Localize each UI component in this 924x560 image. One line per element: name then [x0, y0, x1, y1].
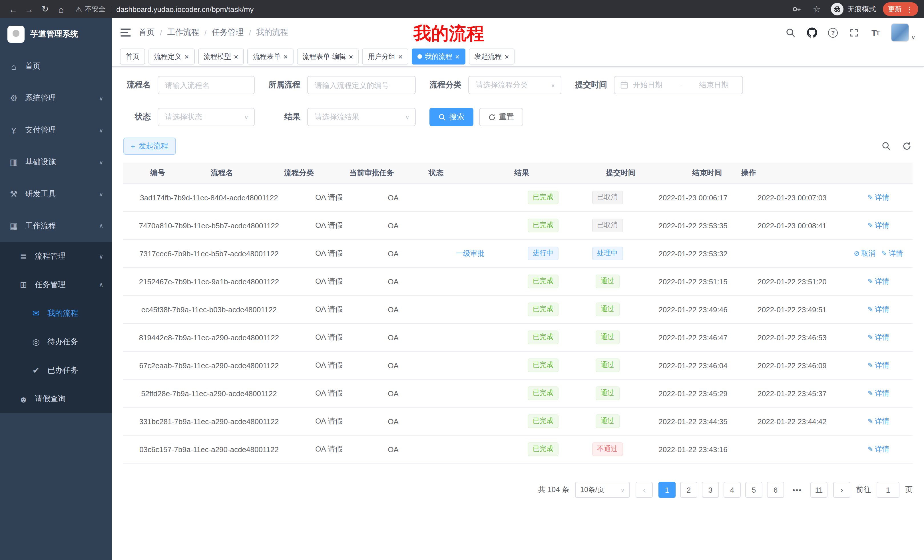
- detail-link[interactable]: ✎ 详情: [867, 304, 889, 314]
- security-status[interactable]: ⚠ 不安全: [75, 4, 105, 14]
- goto-page-input[interactable]: [877, 482, 900, 498]
- key-icon[interactable]: [791, 3, 802, 15]
- breadcrumb-item[interactable]: 工作流程: [167, 27, 199, 38]
- submit-time-range-picker[interactable]: 开始日期 - 结束日期: [614, 76, 743, 94]
- detail-link[interactable]: ✎ 详情: [867, 361, 889, 370]
- end-date-placeholder: 结束日期: [699, 80, 729, 90]
- cancel-link[interactable]: ⊘ 取消: [854, 249, 876, 258]
- result-badge: 通过: [596, 358, 620, 372]
- tab[interactable]: 流程模型 ×: [198, 48, 244, 64]
- sidebar-subitem[interactable]: ≣ 流程管理 ∨: [0, 242, 112, 271]
- tab[interactable]: 首页: [120, 48, 145, 64]
- github-icon[interactable]: [806, 27, 818, 38]
- help-icon[interactable]: ?: [827, 27, 838, 38]
- page-button[interactable]: 6: [767, 482, 784, 498]
- address-bar[interactable]: ⚠ 不安全 dashboard.yudao.iocoder.cn/bpm/tas…: [75, 4, 784, 14]
- detail-link[interactable]: ✎ 详情: [867, 193, 889, 202]
- category-select[interactable]: 请选择流程分类 ∨: [468, 76, 561, 94]
- close-icon[interactable]: ×: [398, 53, 403, 60]
- sidebar-item[interactable]: ⌂ 首页: [0, 50, 112, 82]
- tab[interactable]: 我的流程 ×: [412, 48, 465, 64]
- tab[interactable]: 发起流程 ×: [469, 48, 514, 64]
- page-button[interactable]: •••: [789, 482, 806, 498]
- edit-icon: ✎: [867, 193, 873, 202]
- page-button[interactable]: 3: [702, 482, 719, 498]
- back-icon[interactable]: ←: [6, 2, 21, 16]
- app-logo[interactable]: 芋道管理系统: [0, 18, 112, 50]
- detail-link[interactable]: ✎ 详情: [867, 388, 889, 398]
- user-menu[interactable]: ∨: [891, 23, 915, 42]
- prev-page-button[interactable]: ‹: [636, 482, 653, 498]
- detail-link[interactable]: ✎ 详情: [881, 249, 903, 258]
- sidebar-subitem[interactable]: ◎ 待办任务: [0, 328, 112, 356]
- tags-view: 首页 流程定义 × 流程模型 ×: [112, 47, 924, 67]
- cell-submit-time: 2022-01-22 23:46:04: [646, 361, 740, 370]
- bookmark-star-icon[interactable]: ☆: [809, 2, 824, 16]
- tab[interactable]: 流程定义 ×: [148, 48, 195, 64]
- sidebar-item[interactable]: ⚙ 系统管理 ∨: [0, 82, 112, 114]
- browser-home-icon[interactable]: ⌂: [54, 2, 69, 16]
- browser-menu-icon[interactable]: ⋮: [906, 5, 913, 13]
- close-icon[interactable]: ×: [234, 53, 238, 60]
- page-button[interactable]: 2: [680, 482, 697, 498]
- chevron-icon: ∨: [99, 94, 104, 102]
- breadcrumb-item[interactable]: 任务管理: [212, 27, 244, 38]
- next-page-button[interactable]: ›: [833, 482, 850, 498]
- sidebar-subitem[interactable]: ☻ 请假查询: [0, 385, 112, 413]
- menu-icon: ▥: [9, 157, 19, 167]
- detail-link[interactable]: ✎ 详情: [867, 445, 889, 454]
- tab[interactable]: 流程表单 ×: [247, 48, 293, 64]
- status-select[interactable]: 请选择状态 ∨: [158, 108, 255, 126]
- top-navbar: 首页 / 工作流程 / 任务管理 /: [112, 18, 924, 47]
- close-icon[interactable]: ×: [349, 53, 353, 60]
- page-button[interactable]: 11: [810, 482, 828, 498]
- sidebar-item[interactable]: ▦ 工作流程 ∨: [0, 210, 112, 242]
- current-task-link[interactable]: 一级审批: [456, 249, 484, 258]
- sidebar-item[interactable]: ▥ 基础设施 ∨: [0, 146, 112, 178]
- breadcrumb-item[interactable]: 我的流程: [256, 27, 288, 38]
- fullscreen-icon[interactable]: [848, 27, 860, 38]
- url-text[interactable]: dashboard.yudao.iocoder.cn/bpm/task/my: [116, 5, 254, 13]
- menu-label: 系统管理: [25, 93, 93, 103]
- close-icon[interactable]: ×: [504, 53, 509, 60]
- forward-icon[interactable]: →: [22, 2, 36, 16]
- collapse-sidebar-icon[interactable]: [120, 28, 131, 36]
- refresh-icon[interactable]: [901, 141, 913, 152]
- process-name-input[interactable]: [158, 76, 255, 94]
- toggle-search-icon[interactable]: [880, 141, 892, 152]
- detail-link[interactable]: ✎ 详情: [867, 277, 889, 286]
- tab-label: 流程表单-编辑: [303, 52, 346, 61]
- detail-link[interactable]: ✎ 详情: [867, 221, 889, 231]
- process-definition-input[interactable]: [307, 76, 416, 94]
- table-row: 67c2eaab-7b9a-11ec-a290-acde48001122 OA …: [123, 352, 913, 380]
- reset-button[interactable]: 重置: [479, 108, 523, 126]
- avatar: [891, 23, 909, 42]
- sidebar-item[interactable]: ⚒ 研发工具 ∨: [0, 178, 112, 210]
- sidebar-subitem[interactable]: ⊞ 任务管理 ∨: [0, 271, 112, 299]
- search-button[interactable]: 搜索: [429, 108, 473, 126]
- sidebar-item[interactable]: ¥ 支付管理 ∨: [0, 114, 112, 146]
- sidebar-subitem[interactable]: ✔ 已办任务: [0, 356, 112, 385]
- page-button[interactable]: 1: [658, 482, 676, 498]
- close-icon[interactable]: ×: [184, 53, 189, 60]
- chevron-down-icon: ∨: [244, 114, 248, 120]
- close-icon[interactable]: ×: [455, 53, 459, 60]
- page-button[interactable]: 4: [723, 482, 741, 498]
- page-size-select[interactable]: 10条/页 ∨: [575, 482, 630, 498]
- result-select[interactable]: 请选择流结果 ∨: [307, 108, 416, 126]
- tab[interactable]: 流程表单-编辑 ×: [297, 48, 359, 64]
- cell-category: OA: [363, 305, 423, 314]
- tab[interactable]: 用户分组 ×: [362, 48, 408, 64]
- breadcrumb-item[interactable]: 首页: [139, 27, 155, 38]
- reload-icon[interactable]: ↻: [38, 2, 52, 16]
- update-button[interactable]: 更新 ⋮: [883, 2, 918, 16]
- font-size-icon[interactable]: TT: [870, 27, 881, 38]
- table-row: ec45f38f-7b9a-11ec-b03b-acde48001122 OA …: [123, 296, 913, 324]
- detail-link[interactable]: ✎ 详情: [867, 416, 889, 426]
- close-icon[interactable]: ×: [283, 53, 288, 60]
- page-button[interactable]: 5: [745, 482, 762, 498]
- create-process-button[interactable]: + 发起流程: [123, 138, 176, 155]
- detail-link[interactable]: ✎ 详情: [867, 332, 889, 342]
- search-icon[interactable]: [785, 27, 796, 38]
- sidebar-subitem[interactable]: ✉ 我的流程: [0, 299, 112, 328]
